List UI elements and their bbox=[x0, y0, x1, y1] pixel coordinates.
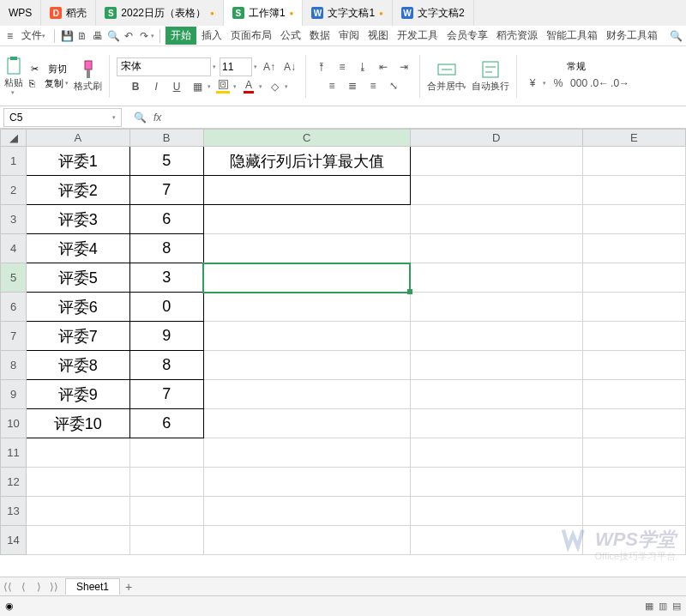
col-header-C[interactable]: C bbox=[203, 130, 410, 147]
cell[interactable] bbox=[27, 468, 129, 497]
fx-icon[interactable]: fx bbox=[153, 112, 161, 124]
cell[interactable] bbox=[410, 205, 582, 234]
row-header[interactable]: 4 bbox=[1, 234, 27, 263]
copy-button[interactable]: ⎘ 复制▾ bbox=[29, 77, 69, 90]
cell[interactable] bbox=[203, 468, 410, 497]
tab-workbook1[interactable]: S工作簿1● bbox=[224, 0, 304, 26]
sheet-nav-prev-icon[interactable]: ⟨ bbox=[15, 581, 31, 593]
fill-color-button[interactable]: 🞖 bbox=[214, 78, 232, 95]
cell[interactable] bbox=[203, 293, 410, 322]
tab-doc2[interactable]: W文字文稿2 bbox=[393, 0, 474, 26]
record-icon[interactable]: ◉ bbox=[5, 601, 14, 612]
spreadsheet-grid[interactable]: ◢ A B C D E 1评委15隐藏行列后计算最大值 2评委27 3评委36 … bbox=[0, 129, 686, 587]
row-header[interactable]: 11 bbox=[1, 438, 27, 468]
cell[interactable] bbox=[410, 438, 582, 468]
cell[interactable] bbox=[410, 380, 582, 409]
ribbon-tab-smart[interactable]: 智能工具箱 bbox=[543, 27, 601, 45]
cell[interactable]: 评委6 bbox=[27, 293, 129, 322]
formula-input[interactable] bbox=[168, 109, 677, 126]
cell[interactable]: 5 bbox=[129, 147, 203, 176]
cell[interactable] bbox=[410, 409, 582, 438]
cell[interactable] bbox=[203, 526, 410, 555]
ribbon-tab-home[interactable]: 开始 bbox=[165, 27, 196, 45]
cell[interactable] bbox=[410, 263, 582, 293]
cell[interactable] bbox=[27, 526, 129, 555]
undo-icon[interactable]: ↶ bbox=[122, 29, 135, 43]
redo-icon[interactable]: ↷ bbox=[137, 29, 151, 43]
row-header[interactable]: 7 bbox=[1, 322, 27, 351]
sheet-nav-last-icon[interactable]: ⟩⟩ bbox=[46, 581, 62, 593]
font-color-button[interactable]: A bbox=[240, 78, 257, 95]
save-as-icon[interactable]: 🗎 bbox=[75, 29, 89, 43]
view-page-icon[interactable]: ▥ bbox=[659, 601, 667, 612]
cell[interactable]: 评委2 bbox=[27, 176, 129, 205]
cell[interactable] bbox=[410, 468, 582, 497]
cell[interactable] bbox=[582, 380, 686, 409]
search-icon[interactable]: 🔍 bbox=[669, 29, 683, 43]
decrease-indent-button[interactable]: ⇤ bbox=[375, 58, 392, 75]
cell[interactable]: 7 bbox=[129, 176, 203, 205]
border-button[interactable]: ▦ bbox=[189, 78, 206, 95]
col-header-A[interactable]: A bbox=[27, 130, 129, 147]
ribbon-tab-formula[interactable]: 公式 bbox=[277, 27, 304, 45]
cell[interactable]: 7 bbox=[129, 380, 203, 409]
cell[interactable] bbox=[203, 322, 410, 351]
cell[interactable] bbox=[410, 176, 582, 205]
row-header[interactable]: 10 bbox=[1, 409, 27, 438]
bold-button[interactable]: B bbox=[127, 78, 144, 95]
font-size-select[interactable] bbox=[220, 57, 252, 76]
align-middle-button[interactable]: ≡ bbox=[334, 58, 351, 75]
percent-button[interactable]: % bbox=[550, 75, 567, 92]
cell[interactable] bbox=[582, 322, 686, 351]
find-icon[interactable]: 🔍 bbox=[134, 112, 147, 124]
cell[interactable]: 评委1 bbox=[27, 147, 129, 176]
align-bottom-button[interactable]: ⭳ bbox=[354, 58, 371, 75]
row-header[interactable]: 14 bbox=[1, 526, 27, 555]
cell[interactable] bbox=[203, 176, 410, 205]
cell[interactable]: 8 bbox=[129, 234, 203, 263]
comma-button[interactable]: 000 bbox=[570, 75, 587, 92]
cell[interactable] bbox=[203, 409, 410, 438]
sheet-tab[interactable]: Sheet1 bbox=[65, 578, 120, 595]
cell[interactable] bbox=[582, 351, 686, 380]
cell[interactable] bbox=[129, 526, 203, 555]
cell[interactable] bbox=[582, 497, 686, 526]
cell[interactable]: 3 bbox=[129, 263, 203, 293]
cell[interactable] bbox=[27, 497, 129, 526]
cell[interactable] bbox=[203, 497, 410, 526]
cell[interactable]: 评委5 bbox=[27, 263, 129, 293]
row-header[interactable]: 5 bbox=[1, 263, 27, 293]
cell[interactable] bbox=[410, 497, 582, 526]
cell[interactable] bbox=[582, 263, 686, 293]
clear-format-button[interactable]: ◇ bbox=[266, 78, 283, 95]
cell[interactable] bbox=[410, 293, 582, 322]
qat-dropdown-icon[interactable]: ▾ bbox=[151, 33, 154, 39]
cell[interactable]: 隐藏行列后计算最大值 bbox=[203, 147, 410, 176]
orientation-button[interactable]: ⤡ bbox=[385, 77, 402, 94]
cell[interactable]: 6 bbox=[129, 205, 203, 234]
tab-wps[interactable]: WPS bbox=[0, 0, 41, 26]
cell[interactable] bbox=[410, 147, 582, 176]
cell[interactable] bbox=[410, 351, 582, 380]
ribbon-tab-insert[interactable]: 插入 bbox=[198, 27, 226, 45]
align-left-button[interactable]: ≡ bbox=[323, 77, 340, 94]
row-header[interactable]: 1 bbox=[1, 147, 27, 176]
number-format-select[interactable]: 常规 bbox=[567, 60, 586, 73]
paste-button[interactable]: 粘贴▾ bbox=[3, 56, 24, 96]
col-header-B[interactable]: B bbox=[129, 130, 203, 147]
chevron-down-icon[interactable]: ▾ bbox=[254, 63, 257, 70]
cell[interactable] bbox=[27, 438, 129, 468]
cell[interactable] bbox=[582, 468, 686, 497]
col-header-E[interactable]: E bbox=[582, 130, 686, 147]
view-pagebreak-icon[interactable]: ▤ bbox=[672, 601, 681, 612]
cell[interactable]: 8 bbox=[129, 351, 203, 380]
cell[interactable]: 0 bbox=[129, 293, 203, 322]
cell[interactable] bbox=[582, 438, 686, 468]
cell[interactable]: 9 bbox=[129, 322, 203, 351]
sheet-nav-first-icon[interactable]: ⟨⟨ bbox=[0, 581, 15, 593]
decrease-decimal-button[interactable]: .0→ bbox=[611, 75, 629, 92]
name-box[interactable]: C5▾ bbox=[3, 108, 122, 127]
cell[interactable]: 评委9 bbox=[27, 380, 129, 409]
active-cell[interactable] bbox=[203, 263, 410, 293]
ribbon-tab-member[interactable]: 会员专享 bbox=[443, 27, 491, 45]
